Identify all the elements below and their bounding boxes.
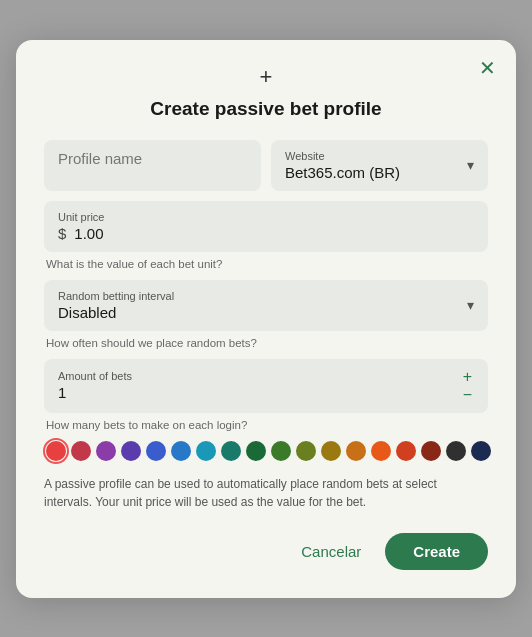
- color-option[interactable]: [346, 441, 366, 461]
- plus-icon: +: [260, 64, 273, 90]
- color-option[interactable]: [321, 441, 341, 461]
- modal-header: + Create passive bet profile: [44, 64, 488, 120]
- color-option[interactable]: [196, 441, 216, 461]
- random-interval-value: Disabled: [58, 304, 174, 321]
- color-option[interactable]: [171, 441, 191, 461]
- amount-bets-hint: How many bets to make on each login?: [44, 419, 488, 431]
- color-option[interactable]: [146, 441, 166, 461]
- cancel-button[interactable]: Cancelar: [291, 535, 371, 568]
- color-option[interactable]: [121, 441, 141, 461]
- profile-name-field: [44, 140, 261, 191]
- create-button[interactable]: Create: [385, 533, 488, 570]
- decrement-button[interactable]: −: [461, 387, 474, 403]
- color-option[interactable]: [421, 441, 441, 461]
- unit-price-input[interactable]: [74, 225, 474, 242]
- color-option[interactable]: [71, 441, 91, 461]
- website-label: Website: [285, 150, 459, 162]
- unit-price-hint: What is the value of each bet unit?: [44, 258, 488, 270]
- color-option[interactable]: [271, 441, 291, 461]
- chevron-down-icon: ▾: [467, 297, 474, 313]
- unit-price-field: Unit price $: [44, 201, 488, 252]
- random-interval-hint: How often should we place random bets?: [44, 337, 488, 349]
- random-interval-dropdown[interactable]: Random betting interval Disabled ▾: [44, 280, 488, 331]
- color-option[interactable]: [246, 441, 266, 461]
- color-option[interactable]: [396, 441, 416, 461]
- amount-bets-label: Amount of bets: [58, 370, 132, 382]
- color-option[interactable]: [96, 441, 116, 461]
- stepper-buttons: + −: [461, 369, 474, 403]
- increment-button[interactable]: +: [461, 369, 474, 385]
- footer-buttons: Cancelar Create: [44, 533, 488, 570]
- amount-bets-field: Amount of bets 1 + −: [44, 359, 488, 413]
- unit-price-label: Unit price: [58, 211, 474, 223]
- color-option[interactable]: [446, 441, 466, 461]
- color-option[interactable]: [371, 441, 391, 461]
- create-passive-bet-modal: + Create passive bet profile ✕ Website B…: [16, 40, 516, 598]
- website-dropdown[interactable]: Website Bet365.com (BR) ▾: [271, 140, 488, 191]
- chevron-down-icon: ▾: [467, 157, 474, 173]
- color-option[interactable]: [296, 441, 316, 461]
- website-value: Bet365.com (BR): [285, 164, 459, 181]
- color-option[interactable]: [221, 441, 241, 461]
- amount-bets-value: 1: [58, 384, 132, 401]
- currency-symbol: $: [58, 225, 66, 242]
- description-text: A passive profile can be used to automat…: [44, 475, 488, 511]
- modal-title: Create passive bet profile: [150, 98, 381, 120]
- color-option[interactable]: [471, 441, 491, 461]
- top-fields-row: Website Bet365.com (BR) ▾: [44, 140, 488, 191]
- profile-name-input[interactable]: [58, 150, 247, 167]
- close-button[interactable]: ✕: [479, 58, 496, 78]
- color-selector: [44, 441, 488, 461]
- random-interval-label: Random betting interval: [58, 290, 174, 302]
- color-option[interactable]: [46, 441, 66, 461]
